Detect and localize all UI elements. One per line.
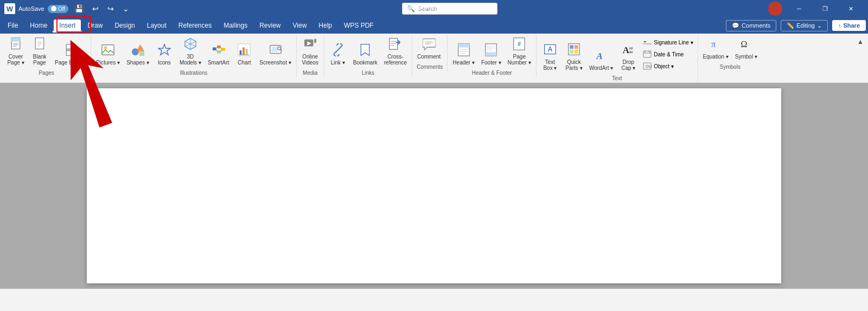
icons-icon [158, 43, 171, 59]
menu-design[interactable]: Design [109, 20, 140, 31]
link-button[interactable]: Link ▾ [327, 42, 349, 67]
autosave-toggle[interactable]: Off [48, 5, 68, 13]
equation-label: Equation ▾ [703, 54, 729, 60]
svg-text:π: π [711, 40, 716, 49]
menu-mailings[interactable]: Mailings [218, 20, 253, 31]
online-videos-button[interactable]: OnlineVideos [299, 36, 322, 67]
header-icon [457, 43, 470, 59]
close-button[interactable]: ✕ [839, 0, 864, 17]
editing-label: Editing [796, 22, 815, 29]
save-button[interactable]: 💾 [72, 3, 86, 14]
blank-page-label: BlankPage [33, 54, 46, 66]
signature-line-row[interactable]: ✒ Signature Line ▾ [641, 37, 695, 47]
svg-rect-33 [246, 49, 248, 55]
date-time-row[interactable]: Date & Time [641, 49, 695, 59]
equation-button[interactable]: π Equation ▾ [700, 36, 731, 61]
menu-layout[interactable]: Layout [142, 20, 172, 31]
menu-insert[interactable]: Insert [54, 20, 81, 31]
ribbon-group-links: Link ▾ Bookmark Cross-reference Links [324, 35, 412, 77]
object-row[interactable]: OLE Object ▾ [641, 61, 695, 71]
symbol-label: Symbol ▾ [735, 54, 757, 60]
menu-review[interactable]: Review [254, 20, 286, 31]
ribbon-collapse-button[interactable]: ▲ [855, 36, 866, 48]
page-number-label: PageNumber ▾ [508, 54, 531, 66]
menu-draw[interactable]: Draw [82, 20, 108, 31]
footer-button[interactable]: Footer ▾ [478, 42, 504, 67]
menu-bar: File Home Insert Draw Design Layout Refe… [0, 17, 868, 34]
screenshot-button[interactable]: Screenshot ▾ [257, 42, 293, 67]
shapes-icon [131, 43, 144, 59]
document-page [87, 88, 781, 283]
3d-models-button[interactable]: 3DModels ▾ [177, 36, 204, 67]
comments-group-content: Comment [414, 36, 445, 61]
bookmark-button[interactable]: Bookmark [350, 42, 380, 67]
svg-line-29 [220, 49, 221, 52]
svg-rect-9 [66, 44, 74, 49]
svg-rect-31 [240, 50, 242, 55]
menu-view[interactable]: View [288, 20, 312, 31]
svg-rect-70 [570, 50, 573, 54]
bookmark-label: Bookmark [353, 60, 378, 66]
user-avatar [768, 2, 782, 16]
svg-rect-71 [575, 50, 578, 54]
share-label: Share [843, 22, 860, 29]
symbol-button[interactable]: Ω Symbol ▾ [732, 36, 760, 61]
smartart-button[interactable]: SmartArt [205, 42, 232, 67]
svg-rect-16 [139, 51, 144, 56]
redo-button[interactable]: ↪ [105, 3, 117, 14]
restore-button[interactable]: ❐ [813, 0, 838, 17]
illustrations-group-content: Pictures ▾ Shapes ▾ Icons [93, 36, 293, 67]
ribbon-group-symbols: π Equation ▾ Ω Symbol ▾ Symbols [698, 35, 762, 71]
blank-page-button[interactable]: BlankPage [28, 36, 51, 67]
svg-rect-1 [11, 38, 20, 42]
page-number-button[interactable]: # PageNumber ▾ [505, 36, 534, 67]
shapes-label: Shapes ▾ [126, 60, 149, 66]
editing-button[interactable]: ✏️ Editing ⌄ [781, 20, 828, 31]
header-label: Header ▾ [452, 60, 475, 66]
drop-cap-button[interactable]: Aaaaa DropCap ▾ [617, 41, 640, 73]
pictures-button[interactable]: Pictures ▾ [93, 42, 123, 67]
header-footer-group-label: Header & Footer [450, 68, 534, 77]
header-button[interactable]: Header ▾ [450, 42, 477, 67]
page-number-icon: # [513, 37, 526, 53]
cover-page-icon [9, 37, 22, 53]
minimize-button[interactable]: ─ [787, 0, 812, 17]
media-group-label: Media [299, 68, 322, 77]
svg-text:A: A [548, 46, 553, 53]
object-label: Object ▾ [654, 63, 674, 69]
ribbon: CoverPage ▾ BlankPage Page Brea… Pages [0, 34, 868, 83]
menu-references[interactable]: References [173, 20, 217, 31]
comment-button[interactable]: Comment [414, 36, 443, 61]
quick-parts-button[interactable]: QuickParts ▾ [563, 41, 585, 73]
icons-button[interactable]: Icons [153, 42, 176, 67]
text-stacked-items: ✒ Signature Line ▾ Date & Time OLE Objec… [641, 36, 695, 73]
svg-text:A: A [623, 45, 630, 55]
cross-reference-button[interactable]: Cross-reference [381, 36, 410, 67]
menu-file[interactable]: File [2, 20, 23, 31]
page-break-button[interactable]: Page Brea… [52, 42, 88, 67]
menu-home[interactable]: Home [24, 20, 53, 31]
svg-rect-44 [390, 38, 398, 49]
shapes-button[interactable]: Shapes ▾ [124, 42, 152, 67]
svg-rect-32 [243, 47, 245, 55]
pictures-icon [101, 43, 114, 59]
text-box-button[interactable]: A TextBox ▾ [539, 41, 561, 73]
customize-quick-access-button[interactable]: ⌄ [120, 3, 132, 14]
undo-button[interactable]: ↩ [90, 3, 101, 14]
page-break-icon [64, 43, 77, 59]
pages-group-content: CoverPage ▾ BlankPage Page Brea… [4, 36, 88, 67]
cover-page-button[interactable]: CoverPage ▾ [4, 36, 27, 67]
svg-marker-15 [136, 44, 144, 51]
share-button[interactable]: ↑ Share [832, 20, 866, 31]
ribbon-group-pages: CoverPage ▾ BlankPage Page Brea… Pages [2, 35, 91, 77]
footer-icon [484, 43, 497, 59]
chart-button[interactable]: Chart [233, 42, 256, 67]
menu-wps-pdf[interactable]: WPS PDF [339, 20, 379, 31]
wordart-button[interactable]: A WordArt ▾ [586, 47, 616, 73]
ribbon-collapse-area: ▲ [855, 35, 866, 48]
signature-line-label: Signature Line ▾ [654, 40, 693, 46]
menu-help[interactable]: Help [313, 20, 337, 31]
comments-button[interactable]: 💬 Comments [726, 20, 776, 31]
symbol-icon: Ω [739, 37, 752, 53]
svg-marker-17 [158, 44, 170, 55]
